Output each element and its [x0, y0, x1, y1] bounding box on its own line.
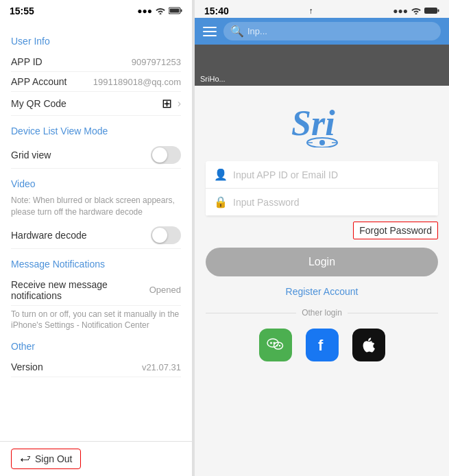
wifi-icon — [155, 6, 166, 16]
other-login-divider: Other login — [206, 308, 438, 318]
search-placeholder: Inp... — [247, 26, 267, 36]
svg-text:Sri: Sri — [291, 104, 335, 143]
app-account-label: APP Account — [11, 76, 66, 87]
qr-code-icon: ⊞ — [160, 96, 175, 111]
facebook-login-button[interactable]: f — [306, 329, 339, 361]
hardware-decode-label: Hardware decode — [11, 230, 87, 241]
left-content: User Info APP ID 9097971253 APP Account … — [0, 19, 192, 441]
other-title: Other — [11, 341, 181, 352]
logo-container: Sri — [288, 99, 356, 147]
my-qr-code-row[interactable]: My QR Code ⊞ › — [11, 92, 181, 116]
menu-icon[interactable] — [203, 27, 217, 36]
status-bar-left: 15:55 ●●● — [0, 0, 192, 19]
wifi-icon-right — [411, 6, 422, 16]
forgot-password-row: Forgot Password — [206, 222, 438, 239]
wechat-login-button[interactable] — [259, 329, 292, 361]
version-value: v21.07.31 — [142, 362, 181, 372]
grid-view-toggle[interactable] — [151, 146, 181, 164]
video-note: Note: When blurred or black screen appea… — [11, 195, 181, 218]
status-icons-left: ●●● — [137, 6, 182, 16]
sri-logo-svg: Sri — [288, 99, 356, 147]
notifications-note: To turn on or off, you can set it manual… — [11, 309, 181, 332]
divider-line-left — [206, 313, 296, 313]
facebook-icon: f — [312, 335, 332, 355]
my-qr-code-label: My QR Code — [11, 98, 66, 109]
user-info-title: User Info — [11, 36, 181, 47]
video-title: Video — [11, 178, 181, 189]
app-id-input-row: 👤 — [206, 161, 438, 189]
left-panel: 15:55 ●●● User Info APP ID 9097971253 AP… — [0, 0, 192, 476]
signal-icon: ●●● — [137, 6, 152, 16]
grid-view-row: Grid view — [11, 142, 181, 169]
lock-icon: 🔒 — [214, 195, 228, 209]
time-left: 15:55 — [10, 5, 34, 16]
signal-icon-right: ●●● — [393, 6, 408, 16]
device-list-view-mode-title: Device List View Mode — [11, 126, 181, 136]
person-icon: 👤 — [214, 168, 228, 181]
app-account-row: APP Account 1991189018@qq.com — [11, 72, 181, 92]
message-notifications-title: Message Notifications — [11, 259, 181, 270]
svg-rect-3 — [424, 8, 437, 14]
apple-login-button[interactable] — [352, 329, 385, 361]
login-button[interactable]: Login — [206, 248, 438, 276]
divider-line-right — [348, 313, 438, 313]
input-group: 👤 🔒 — [206, 161, 438, 216]
status-bar-right: 15:40 ↑ ●●● — [195, 0, 449, 18]
receive-notifications-row: Receive new message notifications Opened — [11, 275, 181, 306]
hardware-decode-toggle[interactable] — [151, 226, 181, 244]
register-account-link[interactable]: Register Account — [286, 286, 359, 297]
wechat-icon — [265, 335, 286, 355]
sign-out-button[interactable]: ⮐ Sign Out — [11, 449, 81, 469]
arrow-right: ↑ — [309, 6, 313, 16]
sri-logo: Sri — [288, 99, 356, 147]
search-icon: 🔍 — [230, 25, 244, 38]
grid-view-label: Grid view — [11, 150, 51, 160]
app-account-value: 1991189018@qq.com — [93, 77, 181, 87]
camera-thumbnail: SriHo... — [195, 45, 449, 86]
battery-icon — [169, 6, 182, 16]
svg-text:f: f — [318, 337, 324, 354]
version-label: Version — [11, 361, 43, 372]
sign-out-icon: ⮐ — [20, 453, 31, 465]
svg-rect-4 — [438, 9, 439, 12]
login-area: Sri 👤 🔒 Forgot Password — [195, 86, 449, 476]
receive-notifications-value: Opened — [149, 285, 181, 295]
other-login-label: Other login — [302, 308, 342, 318]
search-bar[interactable]: 🔍 Inp... — [223, 22, 441, 40]
svg-point-15 — [278, 345, 280, 346]
password-input-row: 🔒 — [206, 189, 438, 216]
svg-rect-2 — [170, 8, 180, 12]
bottom-bar: ⮐ Sign Out — [0, 441, 192, 476]
receive-notifications-label: Receive new message notifications — [11, 279, 149, 301]
app-id-row: APP ID 9097971253 — [11, 52, 181, 72]
chevron-right-icon: › — [178, 97, 181, 110]
right-panel: 15:40 ↑ ●●● 🔍 Inp... SriHo... — [195, 0, 449, 476]
hardware-decode-row: Hardware decode — [11, 222, 181, 249]
app-id-value: 9097971253 — [132, 57, 181, 67]
camera-label: SriHo... — [200, 75, 226, 83]
sign-out-label: Sign Out — [35, 453, 72, 464]
forgot-password-button[interactable]: Forgot Password — [353, 222, 438, 239]
svg-point-7 — [319, 140, 325, 145]
version-row: Version v21.07.31 — [11, 357, 181, 377]
svg-rect-1 — [181, 9, 182, 12]
battery-icon-right — [424, 6, 439, 16]
status-icons-right: ●●● — [393, 6, 439, 16]
svg-point-14 — [276, 345, 277, 346]
svg-point-11 — [270, 342, 272, 344]
apple-icon — [359, 335, 379, 355]
time-right: 15:40 — [204, 5, 229, 16]
right-topbar: 🔍 Inp... — [195, 18, 449, 45]
app-id-label: APP ID — [11, 56, 43, 67]
app-id-input[interactable] — [233, 169, 430, 180]
password-input[interactable] — [233, 197, 430, 208]
social-icons: f — [259, 329, 385, 361]
